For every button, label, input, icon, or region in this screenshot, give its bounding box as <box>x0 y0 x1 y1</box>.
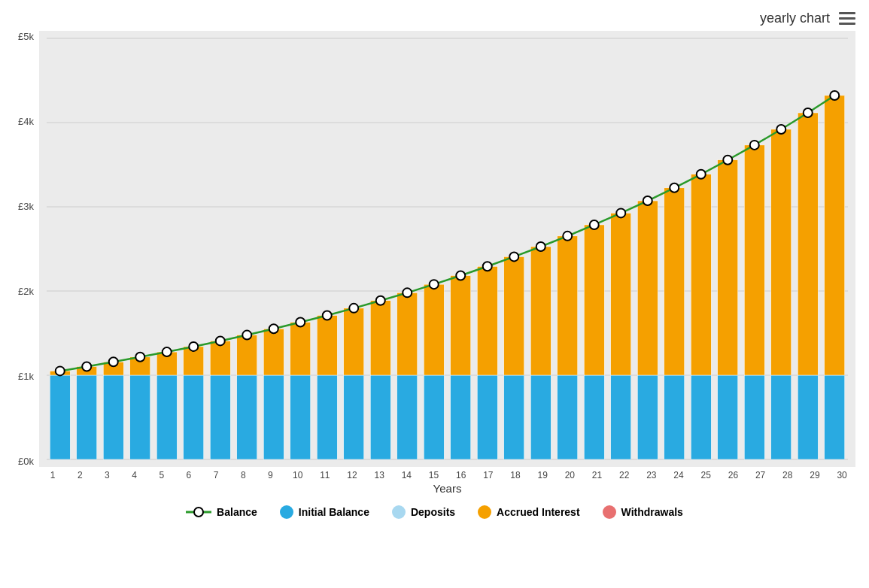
svg-rect-44 <box>558 375 578 459</box>
chart-svg <box>39 31 855 467</box>
svg-rect-24 <box>290 375 311 459</box>
svg-rect-59 <box>744 145 764 375</box>
svg-point-82 <box>483 262 492 271</box>
x-label-29: 29 <box>801 470 828 480</box>
svg-rect-18 <box>210 375 230 459</box>
svg-rect-25 <box>290 323 311 375</box>
legend-balance-label: Balance <box>217 506 257 518</box>
svg-rect-10 <box>103 375 123 459</box>
x-label-21: 21 <box>583 470 610 480</box>
svg-rect-21 <box>237 335 257 375</box>
x-label-30: 30 <box>828 470 855 480</box>
x-label-15: 15 <box>420 470 447 480</box>
svg-point-91 <box>723 156 732 165</box>
svg-rect-53 <box>664 188 685 375</box>
x-label-1: 1 <box>39 470 66 480</box>
svg-rect-8 <box>77 375 97 459</box>
x-label-4: 4 <box>121 470 148 480</box>
y-label-0k: £0k <box>0 456 34 467</box>
x-label-6: 6 <box>175 470 202 480</box>
svg-point-68 <box>109 357 118 366</box>
x-label-18: 18 <box>502 470 529 480</box>
svg-rect-35 <box>424 284 444 375</box>
hamburger-menu-icon[interactable] <box>839 12 855 25</box>
svg-point-89 <box>670 183 679 192</box>
x-label-7: 7 <box>202 470 229 480</box>
svg-point-92 <box>750 141 759 150</box>
svg-rect-22 <box>263 375 284 459</box>
legend-item-balance: Balance <box>186 505 257 519</box>
svg-rect-16 <box>184 375 204 459</box>
svg-rect-55 <box>691 174 711 375</box>
svg-point-75 <box>296 318 305 327</box>
x-axis: 1234567891011121314151617181920212223242… <box>39 470 855 480</box>
svg-rect-20 <box>237 375 257 459</box>
svg-point-78 <box>376 296 385 305</box>
svg-rect-51 <box>637 201 658 375</box>
svg-point-90 <box>697 170 706 179</box>
legend-withdrawals-label: Withdrawals <box>621 506 683 518</box>
svg-rect-58 <box>744 375 764 459</box>
svg-rect-12 <box>130 375 150 459</box>
svg-point-76 <box>323 311 332 320</box>
x-label-16: 16 <box>448 470 475 480</box>
chart-title: yearly chart <box>760 11 830 26</box>
svg-rect-23 <box>263 329 284 375</box>
svg-rect-65 <box>825 95 845 375</box>
x-label-11: 11 <box>311 470 339 480</box>
svg-rect-54 <box>691 375 711 459</box>
x-label-10: 10 <box>284 470 311 480</box>
chart-header: yearly chart <box>0 0 869 26</box>
x-label-5: 5 <box>148 470 175 480</box>
legend-item-initial: Initial Balance <box>280 505 369 519</box>
svg-rect-63 <box>798 113 818 375</box>
x-label-3: 3 <box>93 470 120 480</box>
svg-rect-40 <box>504 375 524 459</box>
x-label-12: 12 <box>339 470 366 480</box>
svg-rect-46 <box>584 375 604 459</box>
svg-rect-36 <box>451 375 471 459</box>
svg-rect-52 <box>664 375 685 459</box>
x-label-20: 20 <box>556 470 583 480</box>
svg-rect-29 <box>344 308 364 375</box>
svg-rect-32 <box>397 375 418 459</box>
svg-rect-41 <box>504 256 524 375</box>
svg-rect-34 <box>424 375 444 459</box>
svg-rect-61 <box>771 129 792 375</box>
svg-rect-64 <box>825 375 845 459</box>
x-label-19: 19 <box>529 470 556 480</box>
y-label-2k: £2k <box>0 286 34 297</box>
svg-point-95 <box>830 91 839 100</box>
svg-rect-6 <box>50 375 70 459</box>
y-label-3k: £3k <box>0 201 34 212</box>
svg-rect-62 <box>798 375 818 459</box>
legend-item-withdrawals: Withdrawals <box>603 505 683 519</box>
svg-rect-27 <box>317 315 337 375</box>
svg-rect-14 <box>156 375 177 459</box>
svg-rect-37 <box>451 276 471 375</box>
x-label-13: 13 <box>366 470 393 480</box>
svg-rect-57 <box>718 160 738 375</box>
svg-rect-31 <box>370 301 390 375</box>
svg-rect-43 <box>530 247 551 375</box>
svg-rect-33 <box>397 292 418 375</box>
svg-point-80 <box>430 280 439 289</box>
svg-point-94 <box>804 108 813 117</box>
svg-point-79 <box>403 288 412 297</box>
svg-rect-26 <box>317 375 337 459</box>
svg-rect-45 <box>558 236 578 375</box>
svg-point-71 <box>189 342 198 351</box>
legend-initial-label: Initial Balance <box>299 506 369 518</box>
svg-rect-28 <box>344 375 364 459</box>
x-label-14: 14 <box>393 470 420 480</box>
svg-point-77 <box>349 304 358 313</box>
x-label-9: 9 <box>257 470 284 480</box>
svg-rect-30 <box>370 375 390 459</box>
svg-point-66 <box>56 366 65 375</box>
svg-rect-39 <box>477 266 497 375</box>
x-label-17: 17 <box>475 470 502 480</box>
chart-container: yearly chart £0k £1k £2k £3k £4k £5k 123… <box>0 0 869 588</box>
legend-deposits-label: Deposits <box>411 506 455 518</box>
svg-rect-56 <box>718 375 738 459</box>
svg-point-74 <box>269 324 278 333</box>
